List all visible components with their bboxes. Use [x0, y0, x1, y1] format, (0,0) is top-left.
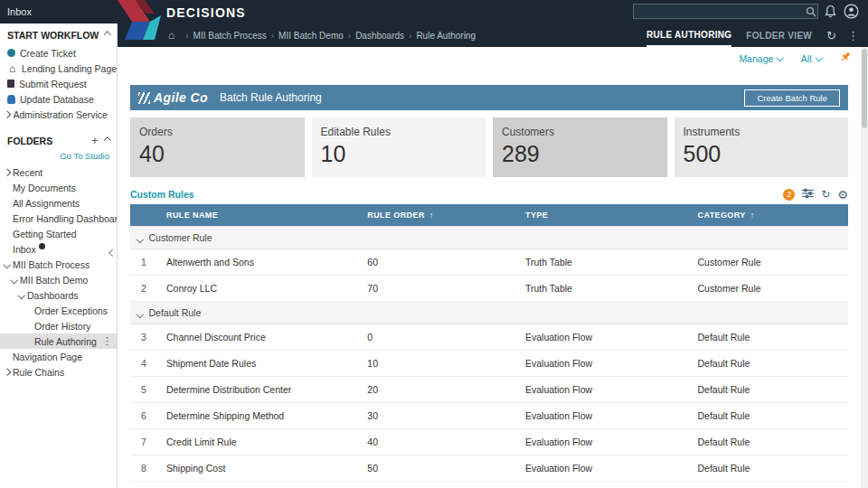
group-header-row-customer-rule[interactable]: Customer Rule: [130, 227, 848, 249]
tab-rule-authoring[interactable]: RULE AUTHORING: [646, 23, 731, 47]
home-icon[interactable]: ⌂: [168, 30, 175, 41]
folder-item-label: Getting Started: [13, 229, 77, 239]
chevron-right-icon[interactable]: [5, 170, 13, 175]
chevron-down-icon[interactable]: [12, 277, 20, 283]
folder-item-order-exceptions[interactable]: Order Exceptions: [0, 303, 117, 318]
account-icon[interactable]: [844, 4, 859, 23]
stat-value: 10: [321, 141, 477, 167]
row-number: 8: [130, 455, 161, 482]
stat-label: Editable Rules: [321, 126, 477, 138]
breadcrumb-item-mii-batch-process[interactable]: MII Batch Process: [193, 31, 267, 41]
cell-rule-order: 0: [362, 324, 520, 351]
search-input[interactable]: [634, 6, 805, 16]
folder-item-order-history[interactable]: Order History: [0, 318, 117, 333]
folder-item-recent[interactable]: Recent: [0, 164, 117, 180]
row-number: 1: [130, 249, 161, 276]
gear-icon[interactable]: ⚙: [837, 189, 848, 201]
page-toolbar: Manage All: [118, 47, 861, 70]
folder-item-label: Recent: [13, 167, 42, 178]
cell-category: Customer Rule: [693, 276, 848, 302]
column-rule-name[interactable]: RULE NAME: [161, 204, 362, 227]
collapse-section-icon[interactable]: [103, 32, 110, 39]
workflow-item-update-database[interactable]: Update Database: [0, 91, 117, 107]
group-collapse-icon[interactable]: [137, 235, 144, 242]
folder-item-navigation-page[interactable]: Navigation Page: [0, 349, 117, 364]
breadcrumb-item-rule-authoring[interactable]: Rule Authoring: [416, 31, 476, 41]
add-folder-icon[interactable]: +: [91, 136, 99, 145]
folder-item-getting-started[interactable]: Getting Started: [0, 226, 117, 241]
dashboard-content: Agile Co Batch Rule Authoring Create Bat…: [118, 70, 861, 482]
search-icon[interactable]: [805, 5, 817, 18]
topbar-inbox-link[interactable]: Inbox: [7, 6, 32, 17]
table-row-conroy-llc[interactable]: 2Conroy LLC70Truth TableCustomer Rule: [130, 276, 848, 302]
group-name: Customer Rule: [149, 232, 212, 243]
tab-folder-view[interactable]: FOLDER VIEW: [746, 23, 812, 47]
workflow-item-create-ticket[interactable]: Create Ticket: [0, 45, 117, 61]
table-row-channel-discount-price[interactable]: 3Channel Discount Price0Evaluation FlowD…: [130, 324, 848, 351]
filter-icon[interactable]: [802, 188, 814, 201]
custom-rules-header: Custom Rules 2 ↻ ⚙: [130, 188, 848, 201]
notification-badge[interactable]: 2: [783, 189, 795, 201]
row-number: 7: [130, 429, 161, 455]
folder-item-rule-authoring[interactable]: Rule Authoring⋮: [0, 333, 117, 349]
notifications-icon[interactable]: [824, 5, 837, 23]
sort-asc-icon[interactable]: ↑: [429, 211, 434, 220]
table-row-altenwerth-and-sons[interactable]: 1Altenwerth and Sons60Truth TableCustome…: [130, 249, 848, 276]
folder-item-mii-batch-process[interactable]: MII Batch Process: [0, 257, 117, 272]
scrollbar-thumb[interactable]: [862, 49, 867, 128]
stat-value: 289: [502, 141, 658, 167]
refresh-icon[interactable]: ↻: [826, 30, 836, 42]
all-dropdown[interactable]: All: [801, 53, 821, 64]
chevron-down-icon[interactable]: [19, 293, 27, 298]
workflow-item-submit-request[interactable]: Submit Request: [0, 76, 117, 91]
pin-icon[interactable]: [839, 51, 852, 67]
manage-dropdown[interactable]: Manage: [739, 53, 782, 64]
cell-rule-order: 70: [362, 276, 520, 302]
workflow-item-label: Update Database: [20, 94, 94, 105]
decisions-logo[interactable]: [118, 0, 161, 47]
go-to-studio-link[interactable]: Go To Studio: [0, 151, 117, 161]
chevron-right-icon[interactable]: [5, 370, 13, 375]
breadcrumb-item-mii-batch-demo[interactable]: MII Batch Demo: [278, 31, 344, 41]
stat-label: Instruments: [684, 126, 840, 138]
sidebar-collapse-handle[interactable]: [108, 246, 117, 260]
table-row-credit-limit-rule[interactable]: 7Credit Limit Rule40Evaluation FlowDefau…: [130, 429, 848, 455]
home-icon: [7, 63, 17, 73]
folder-item-all-assignments[interactable]: All Assignments: [0, 195, 117, 211]
table-row-determine-distribution-center[interactable]: 5Determine Distribution Center20Evaluati…: [130, 377, 848, 403]
row-number: 4: [130, 351, 161, 377]
sort-asc-icon[interactable]: ↑: [750, 211, 755, 220]
folder-item-rule-chains[interactable]: Rule Chains: [0, 364, 117, 380]
collapse-section-icon[interactable]: [103, 137, 110, 145]
folder-item-error-handling-dashboard[interactable]: Error Handling Dashboard: [0, 211, 117, 226]
folder-item-label: MII Batch Process: [13, 259, 90, 270]
page-scrollbar[interactable]: [861, 47, 868, 488]
item-menu-icon[interactable]: ⋮: [102, 335, 117, 347]
table-row-shipment-date-rules[interactable]: 4Shipment Date Rules10Evaluation FlowDef…: [130, 351, 848, 377]
search-box[interactable]: [633, 4, 818, 19]
breadcrumb-item-dashboards[interactable]: Dashboards: [355, 31, 404, 41]
folder-item-my-documents[interactable]: My Documents: [0, 180, 117, 195]
workflow-item-lending-landing-page[interactable]: Lending Landing Page: [0, 61, 117, 76]
history-icon[interactable]: ↻: [821, 189, 830, 200]
column-category[interactable]: CATEGORY↑: [693, 204, 848, 227]
folder-item-label: Rule Authoring: [34, 336, 97, 347]
table-row-determine-shipping-method[interactable]: 6Determine Shipping Method30Evaluation F…: [130, 403, 848, 429]
folder-item-dashboards[interactable]: Dashboards: [0, 287, 117, 303]
chevron-down-icon[interactable]: [5, 262, 13, 267]
create-batch-rule-button[interactable]: Create Batch Rule: [744, 89, 840, 107]
workflow-item-label: Submit Request: [19, 79, 87, 89]
banner-title: Batch Rule Authoring: [220, 91, 322, 104]
more-options-icon[interactable]: ⋮: [847, 30, 859, 42]
workflow-item-label: Lending Landing Page: [22, 63, 117, 74]
folder-item-inbox[interactable]: Inbox: [0, 241, 117, 257]
group-collapse-icon[interactable]: [137, 310, 144, 317]
sidebar-item-administration-service[interactable]: Administration Service: [0, 107, 117, 122]
column-rule-order[interactable]: RULE ORDER↑: [362, 204, 520, 227]
cell-rule-order: 40: [362, 429, 520, 455]
start-workflow-header: START WORKFLOW: [0, 23, 117, 45]
table-row-shipping-cost[interactable]: 8Shipping Cost50Evaluation FlowDefault R…: [130, 455, 848, 482]
group-header-row-default-rule[interactable]: Default Rule: [130, 302, 848, 324]
folder-item-mii-batch-demo[interactable]: MII Batch Demo: [0, 272, 117, 287]
column-type[interactable]: TYPE: [520, 204, 693, 227]
